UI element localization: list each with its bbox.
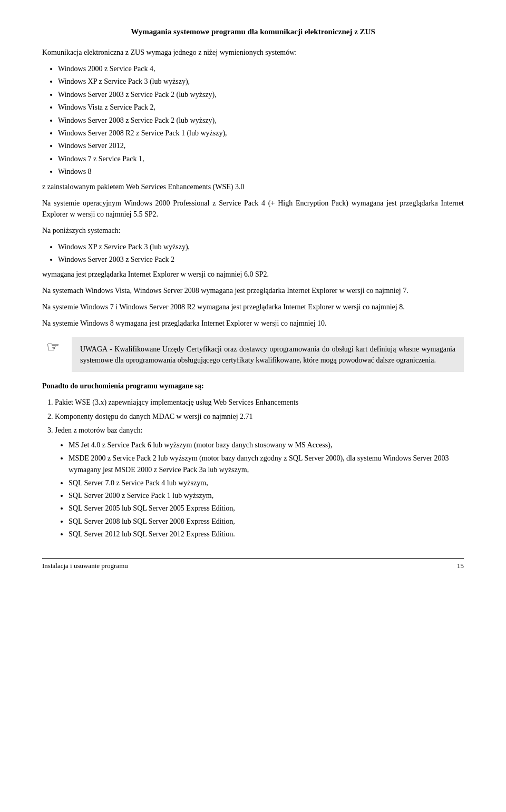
footer-right: 15	[457, 562, 464, 570]
page: Wymagania systemowe programu dla komunik…	[0, 0, 506, 586]
list-item: SQL Server 2005 lub SQL Server 2005 Expr…	[69, 503, 464, 514]
list-item: Jeden z motorów baz danych:	[55, 425, 464, 436]
list-item: Pakiet WSE (3.x) zapewniający implementa…	[55, 397, 464, 408]
bazy-list: MS Jet 4.0 z Service Pack 6 lub wyższym …	[69, 439, 464, 540]
list-item: Windows 8	[58, 166, 464, 178]
uwaga-row: ☞ UWAGA - Kwalifikowane Urzędy Certyfika…	[42, 337, 464, 372]
ie-note-3: Na systemie Windows 7 i Windows Server 2…	[42, 301, 464, 312]
page-footer: Instalacja i usuwanie programu 15	[42, 558, 464, 570]
list-item: Komponenty dostępu do danych MDAC w wers…	[55, 411, 464, 423]
list-item: SQL Server 7.0 z Service Pack 4 lub wyżs…	[69, 477, 464, 489]
list-item: Windows Server 2003 z Service Pack 2 (lu…	[58, 89, 464, 101]
list-item: SQL Server 2008 lub SQL Server 2008 Expr…	[69, 516, 464, 527]
ie-note-1: wymagana jest przeglądarka Internet Expl…	[42, 269, 464, 280]
list-item: Windows 7 z Service Pack 1,	[58, 153, 464, 165]
win2000-note: Na systemie operacyjnym Windows 2000 Pro…	[42, 198, 464, 220]
ie-note-2: Na systemach Windows Vista, Windows Serv…	[42, 285, 464, 296]
list-item: MSDE 2000 z Service Pack 2 lub wyższym (…	[69, 453, 464, 476]
ie-note-4: Na systemie Windows 8 wymagana jest prze…	[42, 318, 464, 329]
list-item: Windows Server 2008 R2 z Service Pack 1 …	[58, 128, 464, 139]
systems-list: Windows 2000 z Service Pack 4,Windows XP…	[58, 63, 464, 178]
list-item: Windows 2000 z Service Pack 4,	[58, 63, 464, 75]
list-item: SQL Server 2000 z Service Pack 1 lub wyż…	[69, 490, 464, 502]
list-item: Windows Server 2003 z Service Pack 2	[58, 254, 464, 266]
list-item: SQL Server 2012 lub SQL Server 2012 Expr…	[69, 529, 464, 540]
intro-text: Komunikacja elektroniczna z ZUS wymaga j…	[42, 47, 464, 58]
list-item: Windows XP z Service Pack 3 (lub wyższy)…	[58, 241, 464, 253]
uwaga-box: UWAGA - Kwalifikowane Urzędy Certyfikacj…	[72, 337, 464, 372]
na-ponizszych-text: Na poniższych systemach:	[42, 225, 464, 236]
list-item: Windows Server 2008 z Service Pack 2 (lu…	[58, 115, 464, 126]
uwaga-icon: ☞	[42, 338, 63, 356]
ponizszych-list: Windows XP z Service Pack 3 (lub wyższy)…	[58, 241, 464, 266]
list-item: Windows XP z Service Pack 3 (lub wyższy)…	[58, 76, 464, 87]
list-item: Windows Server 2012,	[58, 140, 464, 152]
list-item: Windows Vista z Service Pack 2,	[58, 102, 464, 113]
wse-note: z zainstalowanym pakietem Web Services E…	[42, 181, 464, 192]
page-title: Wymagania systemowe programu dla komunik…	[42, 26, 464, 37]
footer-left: Instalacja i usuwanie programu	[42, 562, 128, 570]
ponadto-list: Pakiet WSE (3.x) zapewniający implementa…	[55, 397, 464, 436]
list-item: MS Jet 4.0 z Service Pack 6 lub wyższym …	[69, 439, 464, 451]
ponadto-title: Ponadto do uruchomienia programu wymagan…	[42, 380, 464, 392]
